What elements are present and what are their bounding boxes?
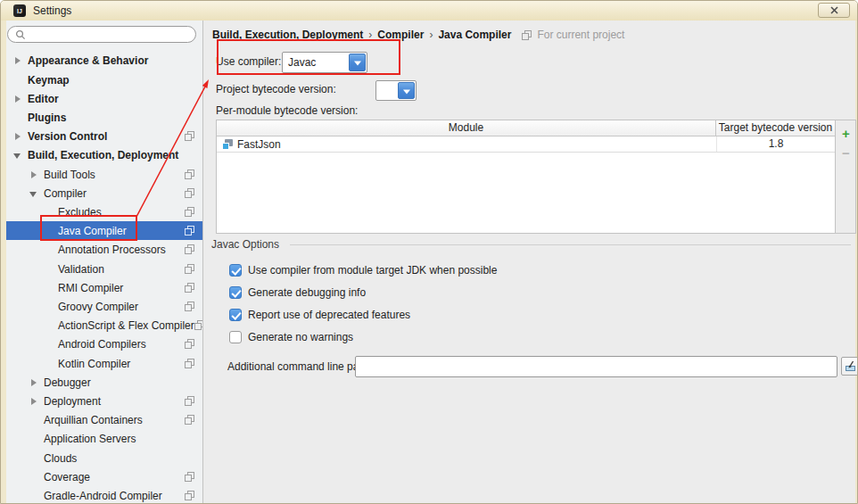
chevron-right-icon[interactable] <box>29 397 38 406</box>
checkbox-generate-debugging-info[interactable]: Generate debugging info <box>229 285 366 299</box>
project-scope-icon <box>185 226 194 235</box>
sidebar-item-compiler[interactable]: Compiler <box>6 184 202 202</box>
sidebar-item-build-tools[interactable]: Build Tools <box>6 165 202 184</box>
section-divider <box>290 244 851 245</box>
project-scope-icon <box>185 188 194 198</box>
use-compiler-value: Javac <box>288 53 316 72</box>
table-toolbar: + − <box>836 120 855 233</box>
dropdown-arrow-icon[interactable] <box>349 54 366 71</box>
project-scope-icon <box>185 396 194 406</box>
chevron-right-icon[interactable] <box>13 95 22 103</box>
sidebar-item-clouds[interactable]: Clouds <box>6 449 202 467</box>
project-scope-icon <box>185 415 194 425</box>
sidebar-item-deployment[interactable]: Deployment <box>6 392 202 410</box>
project-scope-icon <box>185 302 194 311</box>
titlebar: IJ Settings <box>1 1 857 21</box>
sidebar-item-application-servers[interactable]: Application Servers <box>6 429 202 448</box>
window-title: Settings <box>33 4 71 17</box>
project-scope-icon <box>185 169 194 179</box>
module-name-cell: FastJson <box>237 138 281 151</box>
sidebar-item-groovy-compiler[interactable]: Groovy Compiler <box>6 297 202 316</box>
close-button[interactable] <box>818 3 850 18</box>
project-scope-icon <box>185 244 194 254</box>
checkbox-label: Generate debugging info <box>248 286 366 299</box>
chevron-right-icon[interactable] <box>13 56 22 65</box>
settings-window: IJ Settings Appearance & Behavior Keymap… <box>0 0 858 504</box>
search-input[interactable] <box>30 28 188 41</box>
sidebar-item-rmi-compiler[interactable]: RMI Compiler <box>6 278 202 297</box>
sidebar-item-arquillian-containers[interactable]: Arquillian Containers <box>6 410 202 429</box>
project-bytecode-label: Project bytecode version: <box>216 82 336 96</box>
use-compiler-label: Use compiler: <box>216 54 281 69</box>
column-header-target-bytecode[interactable]: Target bytecode version <box>716 120 835 136</box>
sidebar-item-appearance-behavior[interactable]: Appearance & Behavior <box>6 51 202 70</box>
remove-button[interactable]: − <box>838 145 854 161</box>
chevron-right-icon[interactable] <box>29 378 38 387</box>
breadcrumb-segment: Compiler <box>377 29 424 41</box>
table-header: Module Target bytecode version <box>217 120 835 136</box>
project-bytecode-select[interactable] <box>375 80 417 101</box>
dropdown-arrow-icon[interactable] <box>398 82 415 99</box>
checkbox-label: Use compiler from module target JDK when… <box>248 264 497 277</box>
expand-field-button[interactable] <box>841 357 858 376</box>
breadcrumb-segment: Java Compiler <box>438 29 511 41</box>
sidebar-item-annotation-processors[interactable]: Annotation Processors <box>6 240 202 259</box>
breadcrumb-segment: Build, Execution, Deployment <box>212 29 363 41</box>
checkbox-label: Report use of deprecated features <box>248 309 410 321</box>
project-scope-icon <box>185 472 194 482</box>
add-button[interactable]: + <box>838 126 854 141</box>
close-icon <box>830 6 838 14</box>
checkbox-report-deprecated[interactable]: Report use of deprecated features <box>229 308 410 321</box>
chevron-right-icon[interactable] <box>29 170 38 179</box>
checkbox-icon[interactable] <box>229 286 242 299</box>
java-compiler-settings-page: Build, Execution, Deployment › Compiler … <box>202 21 855 504</box>
project-scope-icon <box>185 359 194 368</box>
project-scope-icon <box>185 207 194 217</box>
sidebar-item-excludes[interactable]: Excludes <box>6 202 202 221</box>
intellij-logo-icon: IJ <box>13 4 26 17</box>
sidebar-item-validation[interactable]: Validation <box>6 260 202 278</box>
sidebar-item-gradle-android-compiler[interactable]: Gradle-Android Compiler <box>6 486 202 504</box>
sidebar-item-plugins[interactable]: Plugins <box>6 108 202 127</box>
settings-search-box[interactable] <box>7 26 196 43</box>
expand-editor-icon <box>845 360 856 372</box>
column-header-module[interactable]: Module <box>217 120 716 136</box>
project-scope-icon <box>185 339 194 349</box>
additional-params-input[interactable] <box>355 356 837 377</box>
chevron-right-icon[interactable] <box>13 132 22 141</box>
per-module-label: Per-module bytecode version: <box>216 103 358 118</box>
target-bytecode-cell[interactable]: 1.8 <box>716 136 835 152</box>
sidebar-item-actionscript-flex-compiler[interactable]: ActionScript & Flex Compiler <box>6 316 202 335</box>
search-icon <box>15 29 26 40</box>
sidebar-item-editor[interactable]: Editor <box>6 89 202 108</box>
sidebar-item-build-execution-deployment[interactable]: Build, Execution, Deployment <box>6 145 202 164</box>
checkbox-icon[interactable] <box>229 264 242 277</box>
settings-sidebar: Appearance & Behavior Keymap Editor Plug… <box>6 21 202 504</box>
breadcrumb-separator: › <box>429 29 433 41</box>
project-scope-icon <box>185 131 194 141</box>
checkbox-icon[interactable] <box>229 331 242 343</box>
scope-note: For current project <box>537 29 624 41</box>
project-scope-icon <box>185 491 194 500</box>
chevron-down-icon[interactable] <box>13 151 22 160</box>
project-scope-icon <box>522 30 532 40</box>
breadcrumb-separator: › <box>368 29 372 41</box>
sidebar-item-keymap[interactable]: Keymap <box>6 70 202 89</box>
sidebar-item-coverage[interactable]: Coverage <box>6 467 202 486</box>
sidebar-item-debugger[interactable]: Debugger <box>6 373 202 392</box>
table-row[interactable]: FastJson 1.8 <box>217 136 835 153</box>
checkbox-label: Generate no warnings <box>248 331 353 343</box>
sidebar-item-java-compiler[interactable]: Java Compiler <box>6 221 202 240</box>
sidebar-item-android-compilers[interactable]: Android Compilers <box>6 335 202 353</box>
javac-options-title: Javac Options <box>211 238 279 251</box>
checkbox-icon[interactable] <box>229 309 242 321</box>
chevron-down-icon[interactable] <box>29 189 38 198</box>
checkbox-use-compiler-from-module-jdk[interactable]: Use compiler from module target JDK when… <box>229 263 497 277</box>
use-compiler-select[interactable]: Javac <box>282 52 367 73</box>
checkbox-generate-no-warnings[interactable]: Generate no warnings <box>229 330 353 343</box>
per-module-table: Module Target bytecode version FastJson … <box>216 120 856 234</box>
project-scope-icon <box>185 283 194 293</box>
project-scope-icon <box>185 264 194 274</box>
sidebar-item-kotlin-compiler[interactable]: Kotlin Compiler <box>6 354 202 373</box>
sidebar-item-version-control[interactable]: Version Control <box>6 127 202 145</box>
